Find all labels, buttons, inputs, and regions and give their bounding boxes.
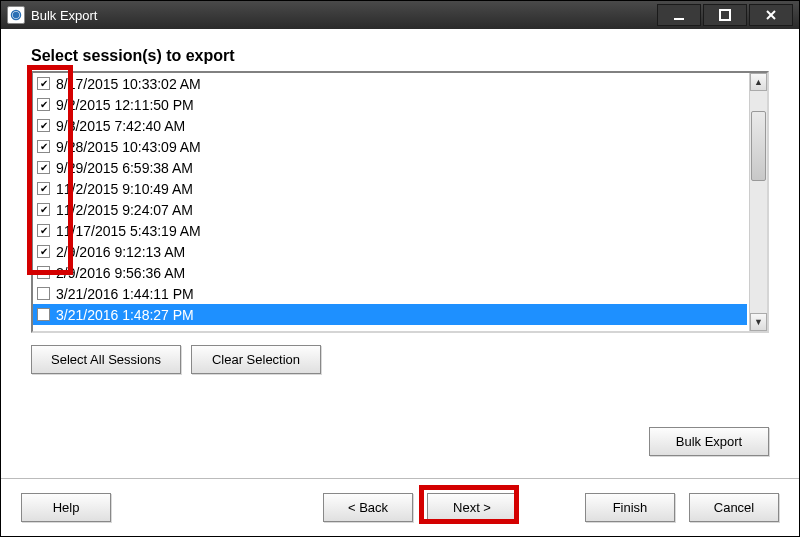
session-checkbox[interactable]	[37, 77, 50, 90]
finish-button[interactable]: Finish	[585, 493, 675, 522]
maximize-icon	[719, 9, 731, 21]
session-checkbox[interactable]	[37, 140, 50, 153]
session-label: 9/3/2015 7:42:40 AM	[56, 118, 185, 134]
session-row[interactable]: 9/2/2015 12:11:50 PM	[33, 94, 747, 115]
svg-point-0	[14, 13, 19, 18]
session-row[interactable]: 8/17/2015 10:33:02 AM	[33, 73, 747, 94]
session-label: 9/2/2015 12:11:50 PM	[56, 97, 194, 113]
session-row[interactable]: 9/29/2015 6:59:38 AM	[33, 157, 747, 178]
clear-selection-button[interactable]: Clear Selection	[191, 345, 321, 374]
back-button[interactable]: < Back	[323, 493, 413, 522]
session-checkbox[interactable]	[37, 308, 50, 321]
session-checkbox[interactable]	[37, 287, 50, 300]
window-title: Bulk Export	[31, 8, 649, 23]
scrollbar[interactable]: ▲ ▼	[749, 73, 767, 331]
session-checkbox[interactable]	[37, 182, 50, 195]
prompt-label: Select session(s) to export	[31, 47, 769, 65]
session-row[interactable]: 3/21/2016 1:48:27 PM	[33, 304, 747, 325]
minimize-button[interactable]	[657, 4, 701, 26]
bulk-export-button[interactable]: Bulk Export	[649, 427, 769, 456]
session-list[interactable]: 8/17/2015 10:33:02 AM9/2/2015 12:11:50 P…	[31, 71, 769, 333]
help-button[interactable]: Help	[21, 493, 111, 522]
scroll-up-arrow[interactable]: ▲	[750, 73, 767, 91]
scroll-down-arrow[interactable]: ▼	[750, 313, 767, 331]
session-checkbox[interactable]	[37, 266, 50, 279]
session-checkbox[interactable]	[37, 98, 50, 111]
session-label: 11/2/2015 9:10:49 AM	[56, 181, 193, 197]
session-row[interactable]: 11/17/2015 5:43:19 AM	[33, 220, 747, 241]
session-checkbox[interactable]	[37, 203, 50, 216]
session-label: 9/29/2015 6:59:38 AM	[56, 160, 193, 176]
session-row[interactable]: 2/9/2016 9:56:36 AM	[33, 262, 747, 283]
session-checkbox[interactable]	[37, 245, 50, 258]
session-label: 3/21/2016 1:44:11 PM	[56, 286, 194, 302]
minimize-icon	[673, 9, 685, 21]
session-label: 2/9/2016 9:56:36 AM	[56, 265, 185, 281]
wizard-footer: Help < Back Next > Finish Cancel	[1, 478, 799, 536]
session-label: 8/17/2015 10:33:02 AM	[56, 76, 201, 92]
session-row[interactable]: 11/2/2015 9:10:49 AM	[33, 178, 747, 199]
content-area: Select session(s) to export 8/17/2015 10…	[1, 29, 799, 478]
session-row[interactable]: 2/9/2016 9:12:13 AM	[33, 241, 747, 262]
footer-wrap: Help < Back Next > Finish Cancel	[1, 478, 799, 536]
bulk-export-window: Bulk Export Select session(s) to export …	[0, 0, 800, 537]
close-icon	[765, 9, 777, 21]
maximize-button[interactable]	[703, 4, 747, 26]
session-row[interactable]: 11/2/2015 9:24:07 AM	[33, 199, 747, 220]
session-row[interactable]: 3/21/2016 1:44:11 PM	[33, 283, 747, 304]
app-icon	[7, 6, 25, 24]
session-label: 11/17/2015 5:43:19 AM	[56, 223, 201, 239]
close-button[interactable]	[749, 4, 793, 26]
scroll-track[interactable]	[750, 91, 767, 313]
session-label: 9/28/2015 10:43:09 AM	[56, 139, 201, 155]
session-row[interactable]: 9/28/2015 10:43:09 AM	[33, 136, 747, 157]
session-checkbox[interactable]	[37, 119, 50, 132]
session-checkbox[interactable]	[37, 224, 50, 237]
session-row[interactable]: 9/3/2015 7:42:40 AM	[33, 115, 747, 136]
session-label: 11/2/2015 9:24:07 AM	[56, 202, 193, 218]
next-button[interactable]: Next >	[427, 493, 517, 522]
window-controls	[655, 4, 793, 26]
cancel-button[interactable]: Cancel	[689, 493, 779, 522]
svg-rect-3	[720, 10, 730, 20]
session-checkbox[interactable]	[37, 161, 50, 174]
titlebar: Bulk Export	[1, 1, 799, 29]
list-action-buttons: Select All Sessions Clear Selection	[31, 345, 769, 374]
select-all-sessions-button[interactable]: Select All Sessions	[31, 345, 181, 374]
svg-rect-2	[674, 18, 684, 20]
session-label: 2/9/2016 9:12:13 AM	[56, 244, 185, 260]
session-label: 3/21/2016 1:48:27 PM	[56, 307, 194, 323]
scroll-thumb[interactable]	[751, 111, 766, 181]
